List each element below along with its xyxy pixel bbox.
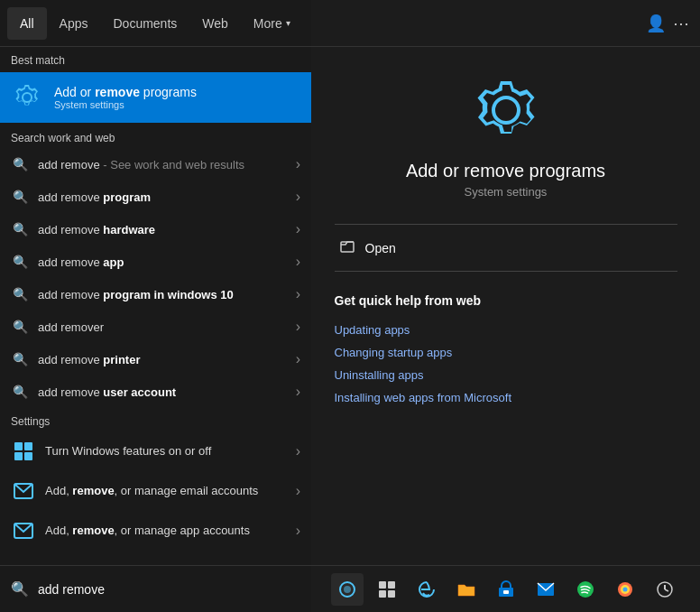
search-icon: 🔍 [11,255,29,269]
best-match-title: Add or remove programs [54,85,197,99]
svg-rect-3 [24,452,32,460]
svg-rect-1 [24,442,32,450]
settings-item[interactable]: Add, remove, or manage email accounts [0,471,311,511]
taskbar [311,565,700,612]
tab-apps-label: Apps [60,16,88,31]
settings-item-text: Add, remove, or manage email accounts [45,484,287,499]
quick-help-link[interactable]: Installing web apps from Microsoft [335,386,677,409]
svg-rect-0 [14,442,23,450]
chevron-right-icon [296,384,300,400]
taskbar-file-explorer-icon[interactable] [450,573,483,606]
search-box-icon: 🔍 [11,580,29,598]
list-item[interactable]: 🔍 add remover [0,311,311,343]
list-item[interactable]: 🔍 add remove hardware [0,213,311,246]
search-icon: 🔍 [11,222,29,236]
chevron-right-icon [296,156,300,172]
settings-item[interactable]: Add, remove, or manage app accounts [0,511,311,551]
result-text: add remove app [38,255,287,269]
result-text: add remove printer [38,353,287,366]
chevron-right-icon [296,319,300,335]
result-text: add remover [38,320,287,334]
best-match-item[interactable]: Add or remove programs System settings [0,72,311,123]
open-label: Open [365,241,396,255]
result-text: add remove program in windows 10 [38,288,287,301]
search-input[interactable] [38,582,300,597]
app-title-large: Add or remove programs [406,161,605,181]
quick-help-link[interactable]: Uninstalling apps [335,364,677,386]
results-scroll-area[interactable]: Best match Add or remove programs System… [0,47,311,612]
chevron-right-icon [296,286,300,302]
best-match-label: Best match [0,47,311,70]
taskbar-store-icon[interactable] [490,573,522,606]
search-icon: 🔍 [11,385,29,399]
more-options-icon[interactable]: ⋯ [673,14,689,33]
settings-item[interactable]: Turn Windows features on or off [0,431,311,471]
list-item[interactable]: 🔍 add remove user account [0,376,311,408]
search-icon: 🔍 [11,320,29,334]
person-icon[interactable]: 👤 [646,14,666,33]
app-accounts-icon [11,518,36,543]
quick-help-link[interactable]: Updating apps [335,319,677,341]
list-item[interactable]: 🔍 add remove - See work and web results [0,148,311,181]
app-icon-large [470,74,542,146]
tab-web-label: Web [202,16,228,31]
svg-point-8 [344,586,351,593]
settings-label: Settings [0,408,311,431]
result-text: add remove - See work and web results [38,158,287,172]
settings-gear-icon [11,81,43,114]
chevron-right-icon [296,443,300,459]
taskbar-spotify-icon[interactable] [569,573,602,606]
left-panel: All Apps Documents Web More ▾ Best match [0,0,311,612]
divider-2 [335,271,677,272]
result-text: add remove program [38,190,287,204]
chevron-right-icon [296,189,300,205]
tab-more[interactable]: More ▾ [241,7,303,40]
quick-help-section: Get quick help from web Updating apps Ch… [335,293,677,409]
quick-help-link[interactable]: Changing startup apps [335,341,677,364]
svg-point-19 [622,587,627,591]
list-item[interactable]: 🔍 add remove app [0,246,311,278]
windows-features-icon [11,439,36,464]
svg-line-22 [665,589,668,591]
taskbar-clock-icon[interactable] [649,573,681,606]
email-icon [11,478,36,504]
svg-rect-11 [379,590,386,598]
right-panel: Add or remove programs System settings O… [311,47,700,612]
taskbar-search-icon[interactable] [331,573,364,606]
open-icon [338,239,356,256]
taskbar-edge-icon[interactable] [410,573,443,606]
chevron-right-icon [296,221,300,237]
list-item[interactable]: 🔍 add remove program [0,181,311,213]
tab-web[interactable]: Web [189,7,241,40]
divider [335,224,677,225]
taskbar-firefox-icon[interactable] [609,573,641,606]
search-web-label: Search work and web [0,125,311,148]
list-item[interactable]: 🔍 add remove printer [0,343,311,376]
open-button[interactable]: Open [335,232,677,264]
result-text: add remove user account [38,385,287,399]
taskbar-task-view-icon[interactable] [371,573,403,606]
search-icon: 🔍 [11,287,29,301]
chevron-right-icon [296,351,300,367]
quick-help-title: Get quick help from web [335,293,677,308]
tab-documents[interactable]: Documents [100,7,189,40]
right-panel-header: 👤 ⋯ [311,0,700,47]
list-item[interactable]: 🔍 add remove program in windows 10 [0,278,311,311]
settings-item-text: Turn Windows features on or off [45,444,287,459]
best-match-subtitle: System settings [54,99,197,110]
chevron-right-icon [296,523,300,539]
search-icon: 🔍 [11,352,29,366]
svg-rect-14 [503,590,509,594]
svg-rect-10 [388,581,395,589]
tab-more-label: More [253,16,282,31]
tab-all-label: All [20,16,34,31]
svg-rect-2 [14,452,23,460]
tab-documents-label: Documents [113,16,177,31]
tab-apps[interactable]: Apps [47,7,101,40]
result-text: add remove hardware [38,223,287,236]
tab-all[interactable]: All [7,7,47,40]
taskbar-mail-icon[interactable] [530,573,562,606]
svg-rect-12 [388,590,395,598]
settings-item-text: Add, remove, or manage app accounts [45,524,287,539]
best-match-text: Add or remove programs System settings [54,85,197,110]
